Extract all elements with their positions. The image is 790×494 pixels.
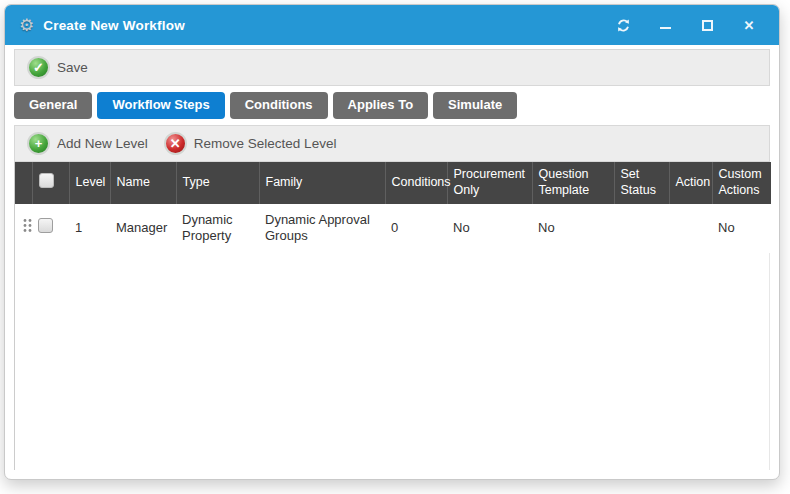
column-header-question-template: Question Template: [532, 162, 614, 203]
select-all-checkbox[interactable]: [39, 173, 54, 188]
cell-procurement-only: No: [447, 204, 532, 254]
level-toolbar: + Add New Level ✕ Remove Selected Level: [14, 125, 770, 162]
select-all-column-header: [32, 162, 69, 203]
workflow-steps-table: Level Name Type Family Conditions Procur…: [15, 162, 771, 253]
remove-selected-level-button[interactable]: ✕ Remove Selected Level: [160, 130, 341, 157]
column-header-set-status: Set Status: [614, 162, 669, 203]
window-controls: ✕: [615, 17, 765, 33]
column-header-family: Family: [259, 162, 385, 203]
gear-icon: ⚙: [19, 17, 34, 34]
maximize-icon: [702, 20, 713, 31]
tab-general[interactable]: General: [14, 92, 92, 119]
cell-level: 1: [69, 204, 110, 254]
tab-applies-to[interactable]: Applies To: [333, 92, 428, 119]
maximize-button[interactable]: [699, 17, 715, 33]
add-new-level-label: Add New Level: [57, 136, 148, 151]
cell-conditions: 0: [385, 204, 447, 254]
cell-type: Dynamic Property: [176, 204, 259, 254]
remove-icon: ✕: [164, 132, 187, 155]
workflow-steps-grid: Level Name Type Family Conditions Procur…: [14, 162, 770, 470]
column-header-level: Level: [69, 162, 110, 203]
minimize-icon: [660, 27, 671, 29]
close-icon: ✕: [744, 19, 755, 32]
row-select-cell: [32, 204, 69, 254]
save-label: Save: [57, 60, 88, 75]
grid-header-row: Level Name Type Family Conditions Procur…: [15, 162, 771, 203]
cell-action: [669, 204, 712, 254]
tab-simulate[interactable]: Simulate: [433, 92, 517, 119]
create-workflow-dialog: ⚙ Create New Workflow ✕ ✓ Save: [4, 4, 780, 480]
refresh-icon: [616, 18, 631, 33]
remove-selected-level-label: Remove Selected Level: [194, 136, 337, 151]
minimize-button[interactable]: [657, 17, 673, 33]
column-header-type: Type: [176, 162, 259, 203]
drag-handle-icon[interactable]: [21, 218, 32, 233]
add-icon: +: [27, 132, 50, 155]
add-new-level-button[interactable]: + Add New Level: [23, 130, 152, 157]
tab-conditions[interactable]: Conditions: [230, 92, 328, 119]
save-toolbar: ✓ Save: [14, 49, 770, 86]
cell-question-template: No: [532, 204, 614, 254]
title-bar: ⚙ Create New Workflow ✕: [5, 5, 779, 45]
row-checkbox[interactable]: [38, 218, 53, 233]
column-header-action: Action: [669, 162, 712, 203]
tab-workflow-steps[interactable]: Workflow Steps: [97, 92, 224, 119]
column-header-name: Name: [110, 162, 176, 203]
cell-set-status: [614, 204, 669, 254]
save-button[interactable]: ✓ Save: [23, 54, 92, 81]
close-button[interactable]: ✕: [741, 17, 757, 33]
cell-family: Dynamic Approval Groups: [259, 204, 385, 254]
table-row: 1 Manager Dynamic Property Dynamic Appro…: [15, 204, 771, 254]
tab-bar: General Workflow Steps Conditions Applie…: [14, 92, 770, 119]
save-check-icon: ✓: [27, 56, 50, 79]
column-header-custom-actions: Custom Actions: [712, 162, 771, 203]
cell-custom-actions: No: [712, 204, 771, 254]
column-header-conditions: Conditions: [385, 162, 447, 203]
refresh-button[interactable]: [615, 17, 631, 33]
drag-column-header: [15, 162, 32, 203]
dialog-content: ✓ Save General Workflow Steps Conditions…: [5, 45, 779, 479]
row-drag-cell: [15, 204, 32, 254]
cell-name: Manager: [110, 204, 176, 254]
window-title: Create New Workflow: [43, 18, 185, 33]
column-header-procurement-only: Procurement Only: [447, 162, 532, 203]
